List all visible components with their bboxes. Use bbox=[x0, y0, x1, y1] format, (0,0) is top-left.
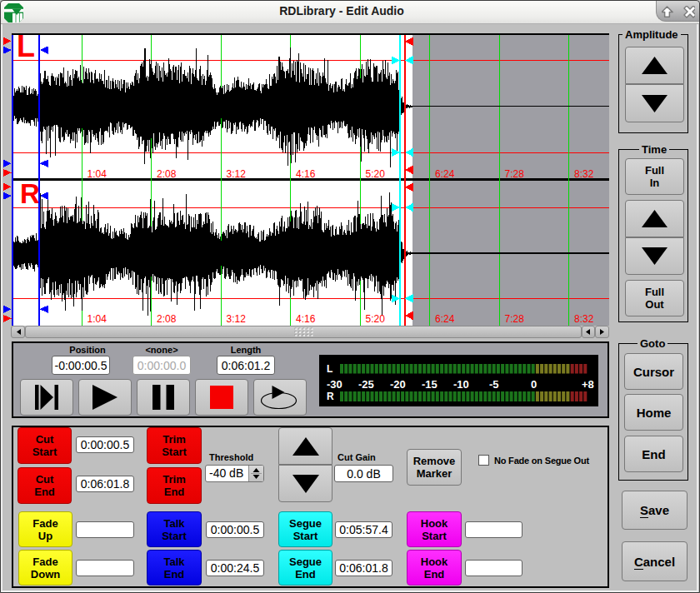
svg-text:6:24: 6:24 bbox=[435, 313, 455, 325]
svg-text:L: L bbox=[17, 30, 35, 63]
svg-text:6:24: 6:24 bbox=[435, 168, 455, 180]
svg-text:1:04: 1:04 bbox=[88, 168, 108, 180]
svg-text:8:32: 8:32 bbox=[574, 313, 594, 325]
svg-text:-30: -30 bbox=[327, 378, 342, 391]
svg-text:7:28: 7:28 bbox=[505, 313, 525, 325]
svg-text:4:16: 4:16 bbox=[296, 168, 316, 180]
svg-text:-20: -20 bbox=[390, 378, 406, 391]
svg-text:R: R bbox=[20, 178, 40, 209]
svg-text:-10: -10 bbox=[453, 378, 469, 391]
svg-text:3:12: 3:12 bbox=[227, 313, 247, 325]
svg-text:-25: -25 bbox=[358, 378, 374, 391]
svg-text:2:08: 2:08 bbox=[157, 313, 177, 325]
svg-text:1:04: 1:04 bbox=[88, 313, 108, 325]
svg-text:2:08: 2:08 bbox=[157, 168, 177, 180]
svg-text:4:16: 4:16 bbox=[296, 313, 316, 325]
svg-text:3:12: 3:12 bbox=[227, 168, 247, 180]
svg-text:+8: +8 bbox=[582, 378, 594, 391]
svg-text:8:32: 8:32 bbox=[574, 168, 594, 180]
svg-text:5:20: 5:20 bbox=[366, 313, 386, 325]
svg-text:-15: -15 bbox=[422, 378, 438, 391]
svg-text:7:28: 7:28 bbox=[505, 168, 525, 180]
svg-text:0: 0 bbox=[531, 378, 537, 391]
svg-text:5:20: 5:20 bbox=[366, 168, 386, 180]
svg-text:R: R bbox=[327, 391, 334, 402]
svg-text:L: L bbox=[327, 363, 332, 375]
svg-text:-5: -5 bbox=[489, 378, 499, 391]
